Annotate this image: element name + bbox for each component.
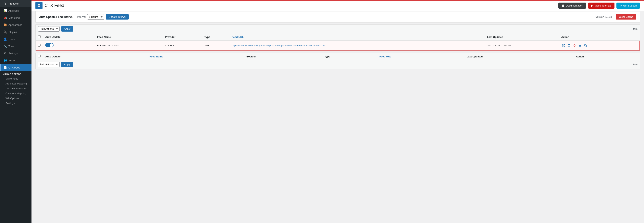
documentation-button[interactable]: 📋 Documentation (558, 3, 586, 9)
get-support-button[interactable]: ⚙ Get Support (616, 3, 640, 9)
row-auto-update (43, 41, 95, 51)
bulk-actions-select-2[interactable]: Bulk Actions (38, 62, 60, 67)
sidebar-item-label: Marketing (8, 16, 20, 19)
toggle-switch[interactable] (45, 43, 54, 47)
action-copy-icon[interactable] (584, 43, 588, 48)
sidebar-item-wpml[interactable]: 🌐 WPML (0, 57, 32, 64)
table-toolbar-left-2: Bulk Actions Apply (38, 62, 73, 67)
interval-group: Interval 1 Hours 2 Hours 6 Hours 12 Hour… (77, 14, 129, 20)
col-header-action: Action (559, 33, 640, 41)
col-header-type: Type (202, 33, 229, 41)
page-icon (36, 2, 42, 9)
products-icon: 🛍 (3, 2, 7, 5)
col2-header-action: Action (574, 53, 640, 60)
action-open-icon[interactable] (561, 43, 566, 48)
sidebar-subitem-attributes-mapping[interactable]: Attributes Mapping (0, 81, 32, 86)
page-title: CTX Feed (44, 3, 64, 8)
apply-button-2[interactable]: Apply (61, 62, 73, 67)
action-download-icon[interactable] (578, 43, 582, 48)
row-checkbox-1[interactable] (38, 44, 40, 47)
plugins-icon: 🔌 (3, 30, 7, 34)
support-icon: ⚙ (620, 4, 622, 7)
action-refresh-icon[interactable] (567, 43, 571, 48)
feed-table-1: Auto Update Feed Name Provider Type Feed… (36, 33, 640, 51)
toggle-slider (45, 43, 54, 47)
col2-header-auto-update: Auto Update (43, 53, 147, 60)
col-header-last-updated: Last Updated (485, 33, 559, 41)
feed-name-bold: custom1 (97, 44, 108, 47)
sidebar-item-ctxfeed[interactable]: 📄 CTX Feed (0, 64, 32, 71)
auto-update-title: Auto Update Feed Interval (39, 15, 73, 19)
feed-url-link[interactable]: http://localhost/wordpress/general/wp-co… (232, 44, 325, 47)
users-icon: 👤 (3, 38, 7, 41)
sidebar-item-label: Plugins (8, 31, 17, 34)
item-count-2: 1 item (630, 63, 638, 66)
sidebar-item-label: Analytics (8, 9, 19, 12)
sidebar-item-analytics[interactable]: 📊 Analytics (0, 7, 32, 14)
page-title-area: CTX Feed (36, 2, 64, 9)
sidebar: 🛍 Products 📊 Analytics 📣 Marketing 🎨 App… (0, 0, 32, 223)
sidebar-subitem-wp-options[interactable]: WP Options (0, 96, 32, 101)
col2-header-checkbox (36, 53, 43, 60)
interval-select[interactable]: 1 Hours 2 Hours 6 Hours 12 Hours 24 Hour… (87, 14, 104, 20)
select-all-checkbox-1[interactable] (38, 35, 40, 38)
col2-header-last-updated: Last Updated (464, 53, 574, 60)
action-delete-icon[interactable] (572, 43, 577, 48)
item-count-1: 1 item (630, 27, 638, 30)
row-feed-name: custom1 (id:6298) (95, 41, 163, 51)
sidebar-subitem-category-mapping[interactable]: Category Mapping (0, 91, 32, 96)
sidebar-item-users[interactable]: 👤 Users (0, 36, 32, 43)
appearance-icon: 🎨 (3, 23, 7, 27)
interval-label: Interval (77, 15, 86, 18)
sidebar-item-tools[interactable]: 🔧 Tools (0, 43, 32, 50)
top-buttons: 📋 Documentation ▶ Video Tutorials ⚙ Get … (558, 3, 640, 9)
sidebar-item-appearance[interactable]: 🎨 Appearance (0, 21, 32, 28)
version-text: Version 5.2.93 (596, 15, 612, 18)
update-interval-button[interactable]: Update Interval (106, 14, 129, 20)
row-feed-url: http://localhost/wordpress/general/wp-co… (229, 41, 484, 51)
docs-icon: 📋 (562, 4, 565, 7)
sidebar-subitem-settings[interactable]: Settings (0, 101, 32, 106)
sidebar-subitem-dynamic-attributes[interactable]: Dynamic Attributes (0, 86, 32, 91)
table-section-1: Bulk Actions Apply 1 item Auto Update Fe… (36, 25, 640, 51)
video-tutorials-button[interactable]: ▶ Video Tutorials (588, 3, 614, 9)
content-area: Auto Update Feed Interval Interval 1 Hou… (32, 11, 644, 223)
auto-update-section: Auto Update Feed Interval Interval 1 Hou… (36, 11, 640, 23)
bulk-actions-select-1[interactable]: Bulk Actions (38, 26, 60, 32)
col-header-feed-url: Feed URL (229, 33, 484, 41)
col2-header-type: Type (322, 53, 377, 60)
ctxfeed-icon: 📄 (3, 66, 7, 69)
col-header-auto-update: Auto Update (43, 33, 95, 41)
table-toolbar-2: Bulk Actions Apply 1 item (36, 60, 640, 69)
sidebar-item-products[interactable]: 🛍 Products (0, 0, 32, 7)
sidebar-subitem-make-feed[interactable]: Make Feed (0, 76, 32, 81)
select-all-checkbox-2[interactable] (38, 55, 40, 57)
sidebar-item-label: Settings (8, 52, 18, 55)
table-toolbar-1: Bulk Actions Apply 1 item (36, 25, 640, 33)
row-type: XML (202, 41, 229, 51)
row-checkbox-cell (36, 41, 43, 51)
sidebar-item-label: WPML (8, 59, 16, 62)
analytics-icon: 📊 (3, 9, 7, 12)
bulk-actions-wrapper-1: Bulk Actions (38, 26, 60, 32)
col2-header-provider: Provider (243, 53, 322, 60)
sidebar-item-settings[interactable]: ⚙ Settings (0, 50, 32, 57)
table-row: custom1 (id:6298) Custom XML http://loca… (36, 41, 640, 51)
auto-update-left: Auto Update Feed Interval Interval 1 Hou… (39, 14, 129, 20)
feed-table-2: Auto Update Feed Name Provider Type Feed… (36, 53, 640, 60)
col-header-checkbox (36, 33, 43, 41)
sidebar-item-label: Products (8, 2, 18, 5)
row-last-updated: 2021-09-27 07:02:50 (485, 41, 559, 51)
col2-header-feed-url: Feed URL (377, 53, 464, 60)
col-header-provider: Provider (162, 33, 202, 41)
sidebar-item-plugins[interactable]: 🔌 Plugins (0, 28, 32, 36)
settings-icon: ⚙ (3, 52, 7, 55)
feed-id: (id:6298) (108, 44, 118, 47)
bulk-actions-wrapper-2: Bulk Actions (38, 62, 60, 67)
row-actions (559, 41, 640, 51)
clear-cache-button[interactable]: Clear Cache (616, 14, 636, 20)
apply-button-1[interactable]: Apply (61, 26, 73, 32)
svg-rect-4 (585, 45, 586, 47)
auto-update-right: Version 5.2.93 Clear Cache (596, 14, 636, 20)
sidebar-item-marketing[interactable]: 📣 Marketing (0, 14, 32, 21)
